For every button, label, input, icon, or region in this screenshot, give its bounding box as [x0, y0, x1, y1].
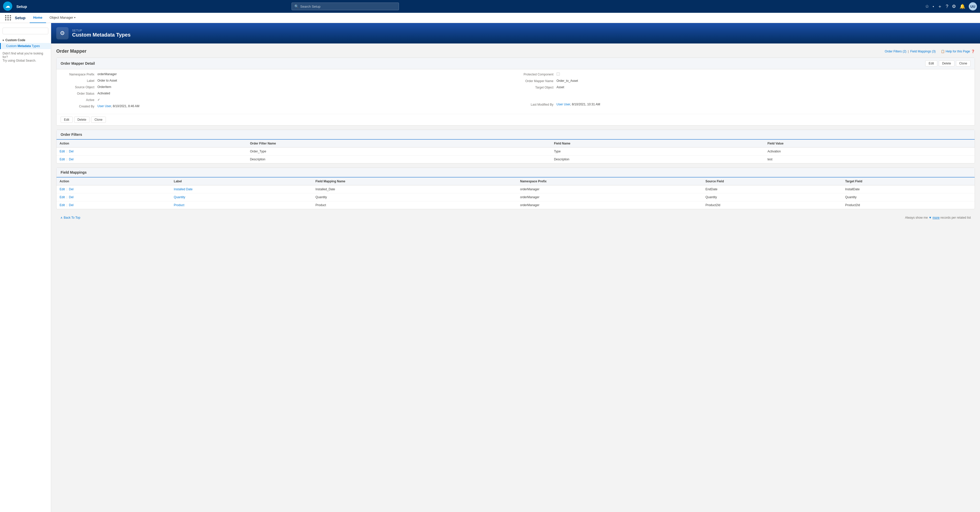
bell-icon[interactable]: 🔔 — [959, 3, 965, 9]
secondary-nav: Setup Home Object Manager ▾ — [0, 13, 980, 23]
field-source-object: Source Object OrderItem — [62, 85, 511, 89]
record-page: Order Mapper Order Filters (2) | Field M… — [51, 43, 980, 227]
field-mappings-header: Field Mappings — [57, 168, 975, 178]
del-link-1[interactable]: Del — [69, 157, 74, 161]
fm-ns-prefix-cell: orderManager — [517, 193, 703, 201]
field-protected-component: Protected Component — [521, 72, 969, 76]
fm-edit-link-0[interactable]: Edit — [60, 188, 65, 191]
detail-panel: Order Mapper Detail Edit Delete Clone Na… — [56, 57, 975, 126]
star-icon[interactable]: ☆ — [925, 3, 929, 9]
sidebar-item-highlight: Metadata — [18, 44, 31, 48]
sidebar-search-input[interactable]: metadata — [3, 28, 48, 34]
search-input[interactable] — [300, 5, 396, 8]
detail-col-left: Namespace Prefix orderManager Label Orde… — [57, 69, 515, 114]
help-link-label: Help for this Page — [946, 49, 970, 53]
table-row: Edit | Del Product Product orderManager … — [57, 201, 975, 209]
avatar[interactable]: UU — [969, 2, 977, 11]
clone-button-top[interactable]: Clone — [956, 60, 970, 67]
fm-label-cell: Quantity — [171, 193, 312, 201]
fm-source-field-cell: EndDate — [702, 185, 842, 193]
table-row: Edit | Del Order_Type Type Activation — [57, 148, 975, 156]
field-created-by: Created By User User, 8/10/2021, 8:46 AM — [62, 104, 511, 108]
fm-ns-prefix-cell: orderManager — [517, 185, 703, 193]
search-bar[interactable]: 🔍 — [291, 3, 399, 10]
fm-del-link-1[interactable]: Del — [69, 196, 74, 199]
tab-object-manager[interactable]: Object Manager ▾ — [46, 13, 79, 23]
record-links: Order Filters (2) | Field Mappings (3) — [885, 49, 935, 53]
label-link-0[interactable]: Installed Date — [174, 188, 192, 191]
field-mappings-panel: Field Mappings Action Label Field Mappin… — [56, 167, 975, 209]
del-link-0[interactable]: Del — [69, 149, 74, 153]
delete-button-top[interactable]: Delete — [939, 60, 955, 67]
field-namespace-prefix: Namespace Prefix orderManager — [62, 72, 511, 76]
edit-link-0[interactable]: Edit — [60, 149, 65, 153]
sidebar-section-custom-code[interactable]: ▾ Custom Code — [0, 36, 51, 43]
action-cell: Edit | Del — [57, 156, 247, 164]
content-area: ⚙ SETUP Custom Metadata Types Order Mapp… — [51, 23, 980, 512]
fm-del-link-2[interactable]: Del — [69, 204, 74, 207]
field-mappings-link[interactable]: Field Mappings (3) — [910, 49, 935, 53]
edit-button-top[interactable]: Edit — [925, 60, 937, 67]
page-header-text: SETUP Custom Metadata Types — [72, 29, 131, 38]
star-dropdown-icon[interactable]: ▾ — [933, 5, 934, 8]
fm-edit-link-2[interactable]: Edit — [60, 204, 65, 207]
table-row: Edit | Del Installed Date Installed_Date… — [57, 185, 975, 193]
fm-mapping-name-cell: Installed_Date — [312, 185, 517, 193]
filter-name-cell: Order_Type — [247, 148, 551, 156]
action-cell: Edit | Del — [57, 148, 247, 156]
more-link[interactable]: more — [933, 216, 940, 219]
sidebar-search-wrap: metadata — [0, 25, 51, 36]
object-manager-dropdown-icon: ▾ — [74, 16, 75, 19]
detail-col-right: Protected Component Order Mapper Name Or… — [515, 69, 975, 114]
main-layout: metadata ▾ Custom Code Custom Metadata T… — [0, 23, 980, 512]
help-page-icon: 📋 — [941, 49, 945, 53]
settings-icon[interactable]: ⚙ — [952, 3, 956, 9]
field-target-object: Target Object Asset — [521, 86, 969, 89]
fm-target-field-cell: Quantity — [842, 193, 975, 201]
add-icon[interactable]: ＋ — [937, 3, 942, 10]
col-fm-action: Action — [57, 178, 171, 185]
created-by-link[interactable]: User User — [97, 104, 111, 108]
help-link[interactable]: 📋 Help for this Page ❓ — [941, 49, 975, 53]
fm-mapping-name-cell: Product — [312, 201, 517, 209]
edit-link-1[interactable]: Edit — [60, 157, 65, 161]
delete-button-bottom[interactable]: Delete — [74, 117, 90, 123]
sidebar-item-custom-metadata-types[interactable]: Custom Metadata Types — [0, 43, 51, 49]
sidebar-section-label: Custom Code — [5, 38, 25, 42]
down-arrow-icon: ▼ — [929, 216, 932, 219]
setup-nav-label: Setup — [15, 16, 25, 20]
modified-by-link[interactable]: User User — [557, 103, 570, 106]
fm-edit-link-1[interactable]: Edit — [60, 196, 65, 199]
order-filters-link[interactable]: Order Filters (2) — [885, 49, 906, 53]
help-icon[interactable]: ? — [946, 4, 948, 9]
field-value-cell: test — [764, 156, 975, 164]
app-launcher-button[interactable] — [4, 14, 12, 22]
tab-home[interactable]: Home — [30, 13, 46, 23]
col-fm-ns-prefix: Namespace Prefix — [517, 178, 703, 185]
fm-del-link-0[interactable]: Del — [69, 188, 74, 191]
fm-source-field-cell: Quantity — [702, 193, 842, 201]
label-link-2[interactable]: Product — [174, 204, 185, 207]
col-fm-mapping-name: Field Mapping Name — [312, 178, 517, 185]
gear-icon: ⚙ — [60, 30, 65, 37]
col-field-name: Field Name — [551, 140, 764, 148]
field-label: Label Order to Asset — [62, 79, 511, 83]
btn-group-bottom-row: Edit Delete Clone — [57, 114, 975, 125]
svg-text:☁: ☁ — [5, 3, 10, 9]
field-mappings-title: Field Mappings — [60, 170, 87, 175]
edit-button-bottom[interactable]: Edit — [60, 117, 73, 123]
table-row: Edit | Del Quantity Quantity orderManage… — [57, 193, 975, 201]
clone-button-bottom[interactable]: Clone — [91, 117, 106, 123]
field-value-cell: Activation — [764, 148, 975, 156]
fm-ns-prefix-cell: orderManager — [517, 201, 703, 209]
back-to-top-link[interactable]: ∧ Back To Top — [60, 216, 80, 219]
page-header-icon: ⚙ — [56, 27, 68, 40]
fm-label-cell: Installed Date — [171, 185, 312, 193]
label-link-1[interactable]: Quantity — [174, 196, 185, 199]
order-filters-header-row: Action Order Filter Name Field Name Fiel… — [57, 140, 975, 148]
fm-target-field-cell: Product2Id — [842, 201, 975, 209]
col-fm-target-field: Target Field — [842, 178, 975, 185]
filter-name-cell: Description — [247, 156, 551, 164]
protected-component-checkbox[interactable] — [557, 72, 560, 76]
fm-source-field-cell: Product2Id — [702, 201, 842, 209]
